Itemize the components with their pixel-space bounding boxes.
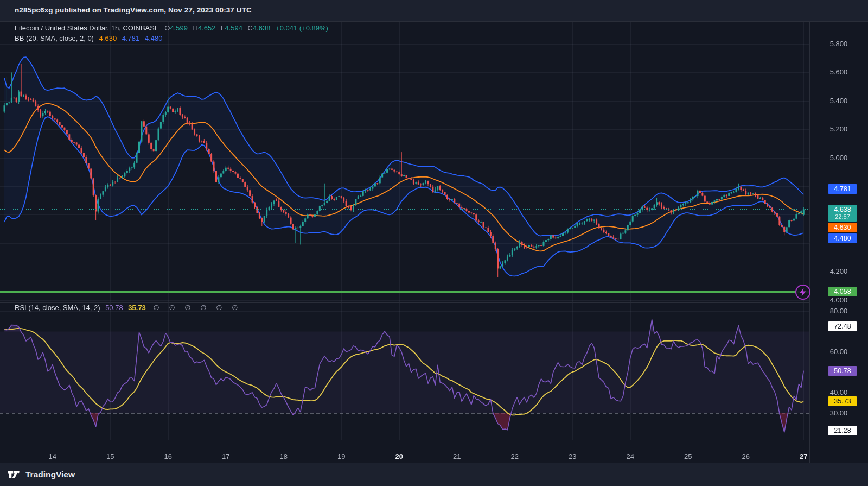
time-axis-label: 14 — [41, 452, 65, 460]
ohlc-close-label: C — [248, 24, 253, 32]
rsi-value: 50.78 — [105, 304, 123, 312]
time-axis-label: 26 — [734, 452, 758, 460]
time-axis-label: 27 — [792, 452, 815, 460]
time-axis-label: 15 — [98, 452, 122, 460]
time-axis-label: 17 — [214, 452, 238, 460]
ohlc-high-value: 4.652 — [198, 24, 216, 32]
publish-info: n285pc6xg published on TradingView.com, … — [15, 6, 252, 14]
rsi-badge: 21.28 — [828, 426, 857, 435]
price-badge: 4.781 — [828, 184, 857, 194]
price-badge: 4.480 — [828, 233, 857, 243]
price-axis-label: 5.600 — [809, 68, 868, 76]
price-badge: 4.63822:57 — [828, 205, 857, 222]
price-badge: 4.058 — [828, 287, 857, 296]
time-axis-label: 20 — [387, 452, 411, 460]
price-change: +0.041 (+0.89%) — [276, 24, 328, 32]
tradingview-brand[interactable]: TradingView — [25, 470, 75, 479]
time-axis-label: 25 — [676, 452, 700, 460]
time-axis-label: 19 — [329, 452, 353, 460]
bb-title[interactable]: BB (20, SMA, close, 2, 0) — [15, 34, 94, 42]
time-axis-label: 22 — [503, 452, 527, 460]
bb-basis-value: 4.630 — [99, 34, 117, 42]
ohlc-low-value: 4.594 — [225, 24, 242, 32]
rsi-axis-label: 80.00 — [809, 307, 868, 315]
bb-legend[interactable]: BB (20, SMA, close, 2, 0) 4.630 4.781 4.… — [15, 34, 162, 42]
ohlc-high-label: H — [193, 24, 198, 32]
price-axis-label: 4.200 — [809, 267, 868, 275]
rsi-badge: 35.73 — [828, 396, 857, 406]
rsi-axis-label: 30.00 — [809, 409, 868, 417]
tradingview-logo-icon[interactable] — [8, 470, 21, 479]
rsi-axis-label: 60.00 — [809, 348, 868, 356]
time-axis-label: 23 — [560, 452, 584, 460]
time-axis-label: 16 — [156, 452, 180, 460]
price-axis-label: 5.800 — [809, 40, 868, 48]
rsi-ma-value: 35.73 — [128, 304, 146, 312]
symbol-title[interactable]: Filecoin / United States Dollar, 1h, COI… — [15, 24, 159, 32]
price-badge: 4.630 — [828, 223, 857, 232]
bb-lower-value: 4.480 — [145, 34, 163, 42]
price-axis-label: 5.000 — [809, 154, 868, 162]
main-price-pane[interactable] — [0, 22, 809, 302]
time-axis-label: 24 — [618, 452, 642, 460]
rsi-empty-plots: ∅ ∅ ∅ ∅ ∅ ∅ — [153, 304, 241, 312]
ohlc-open-value: 4.599 — [170, 24, 188, 32]
publish-banner: n285pc6xg published on TradingView.com, … — [0, 0, 868, 22]
footer-bar: TradingView — [0, 463, 868, 486]
rsi-pane[interactable] — [0, 303, 809, 440]
rsi-badge: 72.48 — [828, 321, 857, 331]
price-axis-label: 4.000 — [809, 296, 868, 304]
time-axis-label: 21 — [445, 452, 469, 460]
time-axis-label: 18 — [272, 452, 296, 460]
rsi-badge: 50.78 — [828, 366, 857, 376]
price-axis-label: 5.200 — [809, 125, 868, 133]
price-axis-label: 5.400 — [809, 97, 868, 105]
tradingview-published-chart: { "header": { "publisher_line": "n285pc6… — [0, 0, 868, 486]
rsi-axis-label: 40.00 — [809, 388, 868, 396]
ohlc-close-value: 4.638 — [253, 24, 271, 32]
bar-close-countdown: 22:57 — [828, 213, 857, 220]
lightning-icon — [799, 288, 807, 296]
bb-upper-value: 4.781 — [122, 34, 140, 42]
rsi-title[interactable]: RSI (14, close, SMA, 14, 2) — [15, 304, 100, 312]
symbol-legend[interactable]: Filecoin / United States Dollar, 1h, COI… — [15, 24, 328, 32]
rsi-legend[interactable]: RSI (14, close, SMA, 14, 2) 50.78 35.73 … — [15, 304, 242, 312]
alert-lightning-button[interactable] — [795, 285, 810, 300]
ohlc-open-label: O — [164, 24, 170, 32]
